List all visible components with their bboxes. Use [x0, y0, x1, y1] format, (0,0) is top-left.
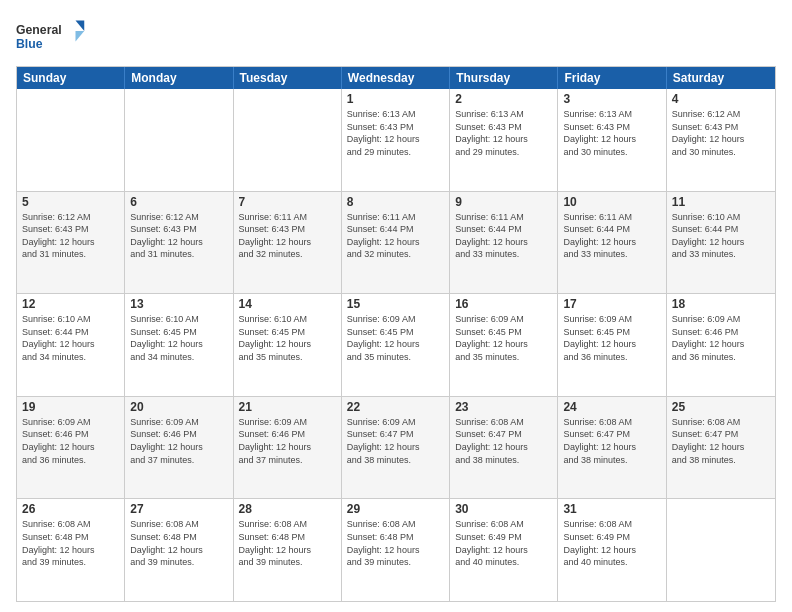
header: General Blue [16, 16, 776, 58]
day-number: 4 [672, 92, 770, 106]
day-number: 7 [239, 195, 336, 209]
calendar-cell-r2-c4: 16Sunrise: 6:09 AM Sunset: 6:45 PM Dayli… [450, 294, 558, 396]
day-info: Sunrise: 6:09 AM Sunset: 6:46 PM Dayligh… [22, 416, 119, 466]
day-info: Sunrise: 6:08 AM Sunset: 6:48 PM Dayligh… [22, 518, 119, 568]
day-number: 18 [672, 297, 770, 311]
day-info: Sunrise: 6:08 AM Sunset: 6:48 PM Dayligh… [239, 518, 336, 568]
calendar-row-2: 12Sunrise: 6:10 AM Sunset: 6:44 PM Dayli… [17, 294, 775, 397]
day-info: Sunrise: 6:09 AM Sunset: 6:46 PM Dayligh… [239, 416, 336, 466]
day-number: 5 [22, 195, 119, 209]
calendar-cell-r1-c4: 9Sunrise: 6:11 AM Sunset: 6:44 PM Daylig… [450, 192, 558, 294]
day-info: Sunrise: 6:09 AM Sunset: 6:47 PM Dayligh… [347, 416, 444, 466]
day-info: Sunrise: 6:13 AM Sunset: 6:43 PM Dayligh… [347, 108, 444, 158]
calendar-row-3: 19Sunrise: 6:09 AM Sunset: 6:46 PM Dayli… [17, 397, 775, 500]
logo: General Blue [16, 16, 86, 58]
day-number: 16 [455, 297, 552, 311]
day-number: 27 [130, 502, 227, 516]
day-number: 20 [130, 400, 227, 414]
day-number: 9 [455, 195, 552, 209]
day-number: 23 [455, 400, 552, 414]
calendar-cell-r2-c6: 18Sunrise: 6:09 AM Sunset: 6:46 PM Dayli… [667, 294, 775, 396]
calendar-cell-r2-c0: 12Sunrise: 6:10 AM Sunset: 6:44 PM Dayli… [17, 294, 125, 396]
day-info: Sunrise: 6:08 AM Sunset: 6:47 PM Dayligh… [455, 416, 552, 466]
day-info: Sunrise: 6:08 AM Sunset: 6:48 PM Dayligh… [130, 518, 227, 568]
day-number: 11 [672, 195, 770, 209]
day-number: 28 [239, 502, 336, 516]
day-info: Sunrise: 6:09 AM Sunset: 6:46 PM Dayligh… [130, 416, 227, 466]
calendar-body: 1Sunrise: 6:13 AM Sunset: 6:43 PM Daylig… [17, 89, 775, 601]
header-day-thursday: Thursday [450, 67, 558, 89]
day-number: 26 [22, 502, 119, 516]
day-number: 8 [347, 195, 444, 209]
day-info: Sunrise: 6:11 AM Sunset: 6:43 PM Dayligh… [239, 211, 336, 261]
day-number: 24 [563, 400, 660, 414]
calendar-cell-r0-c4: 2Sunrise: 6:13 AM Sunset: 6:43 PM Daylig… [450, 89, 558, 191]
calendar-cell-r1-c6: 11Sunrise: 6:10 AM Sunset: 6:44 PM Dayli… [667, 192, 775, 294]
calendar-row-1: 5Sunrise: 6:12 AM Sunset: 6:43 PM Daylig… [17, 192, 775, 295]
day-info: Sunrise: 6:09 AM Sunset: 6:45 PM Dayligh… [563, 313, 660, 363]
header-day-sunday: Sunday [17, 67, 125, 89]
calendar-cell-r2-c2: 14Sunrise: 6:10 AM Sunset: 6:45 PM Dayli… [234, 294, 342, 396]
header-day-friday: Friday [558, 67, 666, 89]
calendar-cell-r1-c3: 8Sunrise: 6:11 AM Sunset: 6:44 PM Daylig… [342, 192, 450, 294]
day-number: 1 [347, 92, 444, 106]
svg-text:General: General [16, 23, 62, 37]
calendar-row-4: 26Sunrise: 6:08 AM Sunset: 6:48 PM Dayli… [17, 499, 775, 601]
day-info: Sunrise: 6:12 AM Sunset: 6:43 PM Dayligh… [130, 211, 227, 261]
day-info: Sunrise: 6:08 AM Sunset: 6:47 PM Dayligh… [672, 416, 770, 466]
day-info: Sunrise: 6:11 AM Sunset: 6:44 PM Dayligh… [347, 211, 444, 261]
day-number: 15 [347, 297, 444, 311]
calendar-cell-r1-c2: 7Sunrise: 6:11 AM Sunset: 6:43 PM Daylig… [234, 192, 342, 294]
day-number: 2 [455, 92, 552, 106]
calendar-cell-r1-c1: 6Sunrise: 6:12 AM Sunset: 6:43 PM Daylig… [125, 192, 233, 294]
day-number: 13 [130, 297, 227, 311]
calendar-cell-r0-c1 [125, 89, 233, 191]
calendar-cell-r3-c0: 19Sunrise: 6:09 AM Sunset: 6:46 PM Dayli… [17, 397, 125, 499]
day-number: 6 [130, 195, 227, 209]
calendar-cell-r4-c5: 31Sunrise: 6:08 AM Sunset: 6:49 PM Dayli… [558, 499, 666, 601]
svg-marker-2 [76, 20, 85, 31]
header-day-wednesday: Wednesday [342, 67, 450, 89]
day-info: Sunrise: 6:12 AM Sunset: 6:43 PM Dayligh… [22, 211, 119, 261]
day-number: 12 [22, 297, 119, 311]
calendar-cell-r3-c1: 20Sunrise: 6:09 AM Sunset: 6:46 PM Dayli… [125, 397, 233, 499]
day-number: 14 [239, 297, 336, 311]
day-number: 19 [22, 400, 119, 414]
calendar-cell-r0-c2 [234, 89, 342, 191]
day-info: Sunrise: 6:08 AM Sunset: 6:49 PM Dayligh… [563, 518, 660, 568]
day-info: Sunrise: 6:08 AM Sunset: 6:49 PM Dayligh… [455, 518, 552, 568]
day-number: 25 [672, 400, 770, 414]
svg-text:Blue: Blue [16, 37, 43, 51]
day-number: 30 [455, 502, 552, 516]
day-info: Sunrise: 6:08 AM Sunset: 6:48 PM Dayligh… [347, 518, 444, 568]
calendar-cell-r4-c4: 30Sunrise: 6:08 AM Sunset: 6:49 PM Dayli… [450, 499, 558, 601]
calendar-cell-r2-c1: 13Sunrise: 6:10 AM Sunset: 6:45 PM Dayli… [125, 294, 233, 396]
calendar-cell-r2-c5: 17Sunrise: 6:09 AM Sunset: 6:45 PM Dayli… [558, 294, 666, 396]
day-number: 17 [563, 297, 660, 311]
day-info: Sunrise: 6:09 AM Sunset: 6:45 PM Dayligh… [347, 313, 444, 363]
calendar-row-0: 1Sunrise: 6:13 AM Sunset: 6:43 PM Daylig… [17, 89, 775, 192]
calendar-cell-r0-c5: 3Sunrise: 6:13 AM Sunset: 6:43 PM Daylig… [558, 89, 666, 191]
day-number: 31 [563, 502, 660, 516]
calendar-cell-r4-c0: 26Sunrise: 6:08 AM Sunset: 6:48 PM Dayli… [17, 499, 125, 601]
day-number: 21 [239, 400, 336, 414]
day-info: Sunrise: 6:10 AM Sunset: 6:44 PM Dayligh… [672, 211, 770, 261]
day-info: Sunrise: 6:10 AM Sunset: 6:45 PM Dayligh… [239, 313, 336, 363]
calendar-cell-r2-c3: 15Sunrise: 6:09 AM Sunset: 6:45 PM Dayli… [342, 294, 450, 396]
calendar-cell-r0-c0 [17, 89, 125, 191]
calendar-cell-r0-c6: 4Sunrise: 6:12 AM Sunset: 6:43 PM Daylig… [667, 89, 775, 191]
day-info: Sunrise: 6:12 AM Sunset: 6:43 PM Dayligh… [672, 108, 770, 158]
header-day-tuesday: Tuesday [234, 67, 342, 89]
day-number: 3 [563, 92, 660, 106]
calendar-cell-r1-c0: 5Sunrise: 6:12 AM Sunset: 6:43 PM Daylig… [17, 192, 125, 294]
day-info: Sunrise: 6:11 AM Sunset: 6:44 PM Dayligh… [563, 211, 660, 261]
day-info: Sunrise: 6:10 AM Sunset: 6:44 PM Dayligh… [22, 313, 119, 363]
header-day-saturday: Saturday [667, 67, 775, 89]
day-number: 10 [563, 195, 660, 209]
day-info: Sunrise: 6:08 AM Sunset: 6:47 PM Dayligh… [563, 416, 660, 466]
day-info: Sunrise: 6:13 AM Sunset: 6:43 PM Dayligh… [563, 108, 660, 158]
logo-svg: General Blue [16, 16, 86, 58]
calendar-cell-r4-c1: 27Sunrise: 6:08 AM Sunset: 6:48 PM Dayli… [125, 499, 233, 601]
day-info: Sunrise: 6:10 AM Sunset: 6:45 PM Dayligh… [130, 313, 227, 363]
day-info: Sunrise: 6:09 AM Sunset: 6:45 PM Dayligh… [455, 313, 552, 363]
